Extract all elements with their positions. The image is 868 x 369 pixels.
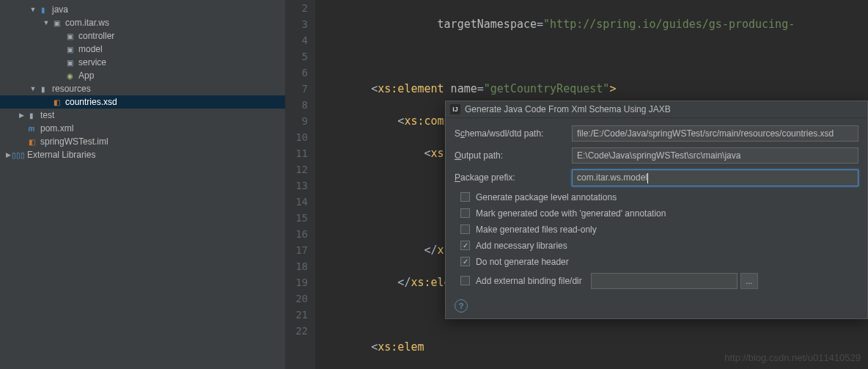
checkbox-icon <box>460 192 470 202</box>
dialog-title-text: Generate Java Code From Xml Schema Using… <box>465 104 671 114</box>
folder-icon: ▮ <box>26 110 37 120</box>
package-icon: ▣ <box>65 57 75 67</box>
jaxb-dialog: IJ Generate Java Code From Xml Schema Us… <box>445 101 868 319</box>
checkbox-checked-icon: ✓ <box>460 241 470 250</box>
checkbox-icon <box>460 276 470 285</box>
tree-node-java[interactable]: ▼▮java <box>0 3 285 16</box>
intellij-icon: IJ <box>450 104 460 114</box>
folder-icon: ▮ <box>38 4 48 15</box>
tree-label: java <box>52 4 68 15</box>
tree-node-external-libraries[interactable]: ▶▯▯▯External Libraries <box>0 148 285 161</box>
tree-label: test <box>40 110 54 120</box>
checkbox-icon <box>460 208 470 218</box>
tree-node-model[interactable]: ▣model <box>0 43 285 56</box>
package-prefix-label: Package prefix: <box>455 172 572 183</box>
tree-label: pom.xml <box>40 123 73 134</box>
gutter: 234 567 8910 111213 141516 171819 202122 <box>286 0 315 369</box>
maven-icon: m <box>26 123 37 134</box>
project-tree[interactable]: ▼▮java ▼▣com.itar.ws ▣controller ▣model … <box>0 0 286 369</box>
tree-node-pom[interactable]: mpom.xml <box>0 122 285 135</box>
folder-icon: ▮ <box>38 84 48 94</box>
xsd-file-icon: ◧ <box>51 97 62 107</box>
external-binding-input[interactable] <box>591 273 738 289</box>
tree-node-package[interactable]: ▼▣com.itar.ws <box>0 16 285 29</box>
checkbox-read-only[interactable]: Make generated files read-only <box>460 224 858 235</box>
checkbox-external-binding[interactable]: Add external binding file/dir ... <box>460 273 858 289</box>
tree-label: springWSTest.iml <box>40 136 108 147</box>
tree-label: App <box>78 70 94 81</box>
output-path-input[interactable]: E:\Code\Java\springWSTest\src\main\java <box>572 147 858 164</box>
tree-label: resources <box>52 84 91 94</box>
help-button[interactable]: ? <box>455 299 468 313</box>
checkbox-checked-icon: ✓ <box>460 257 470 266</box>
chevron-down-icon: ▼ <box>43 19 50 26</box>
schema-path-label: Schema/wsdl/dtd path: <box>455 128 572 139</box>
checkbox-no-header[interactable]: ✓ Do not generate header <box>460 257 858 267</box>
tree-label: model <box>78 44 103 54</box>
tree-label: controller <box>78 31 114 41</box>
tree-label: com.itar.ws <box>65 18 109 28</box>
chevron-right-icon: ▶ <box>4 151 12 158</box>
checkbox-add-libraries[interactable]: ✓ Add necessary libraries <box>460 241 858 251</box>
checkbox-package-annotations[interactable]: Generate package level annotations <box>460 192 858 202</box>
chevron-down-icon: ▼ <box>29 85 37 92</box>
chevron-down-icon: ▼ <box>29 6 37 13</box>
package-icon: ▣ <box>51 18 62 28</box>
tree-node-service[interactable]: ▣service <box>0 56 285 69</box>
package-icon: ▣ <box>65 44 75 54</box>
tree-node-countries-xsd[interactable]: ◧countries.xsd <box>0 95 285 109</box>
library-icon: ▯▯▯ <box>13 150 23 160</box>
package-prefix-input[interactable]: com.itar.ws.model <box>572 169 858 186</box>
tree-node-resources[interactable]: ▼▮resources <box>0 82 285 95</box>
output-path-label: Output path: <box>455 150 572 161</box>
browse-button[interactable]: ... <box>740 273 758 289</box>
iml-file-icon: ◧ <box>26 136 37 147</box>
class-icon: ◉ <box>65 70 75 81</box>
dialog-titlebar[interactable]: IJ Generate Java Code From Xml Schema Us… <box>446 101 867 118</box>
tree-label: External Libraries <box>27 150 95 160</box>
schema-path-input[interactable]: file:/E:/Code/Java/springWSTest/src/main… <box>572 125 858 142</box>
checkbox-mark-generated[interactable]: Mark generated code with 'generated' ann… <box>460 208 858 219</box>
tree-node-controller[interactable]: ▣controller <box>0 29 285 43</box>
tree-node-iml[interactable]: ◧springWSTest.iml <box>0 135 285 148</box>
watermark: http://blog.csdn.net/u011410529 <box>724 352 861 363</box>
tree-label: service <box>78 57 106 67</box>
package-icon: ▣ <box>65 31 75 41</box>
tree-node-test[interactable]: ▶▮test <box>0 109 285 122</box>
tree-label: countries.xsd <box>65 97 117 107</box>
checkbox-icon <box>460 224 470 234</box>
tree-node-app[interactable]: ◉App <box>0 69 285 82</box>
chevron-right-icon: ▶ <box>18 112 25 119</box>
